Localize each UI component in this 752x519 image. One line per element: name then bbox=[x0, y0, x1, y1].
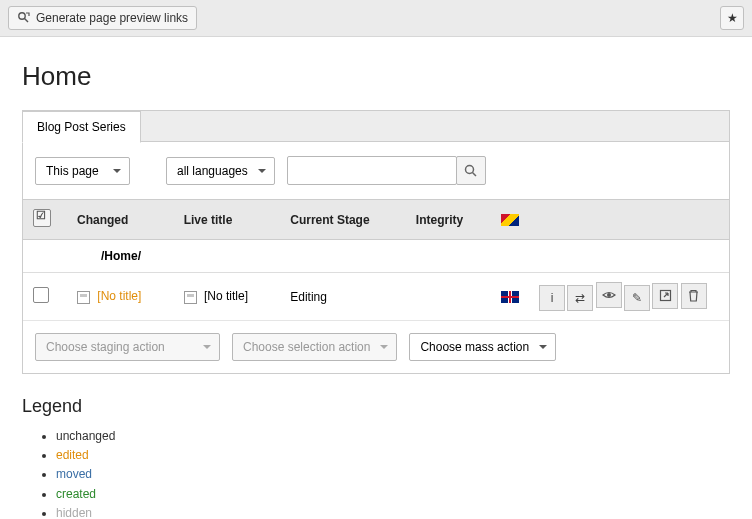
delete-button[interactable] bbox=[681, 283, 707, 309]
info-button[interactable]: i bbox=[539, 285, 565, 311]
swap-button[interactable]: ⇄ bbox=[567, 285, 593, 311]
records-table: Changed Live title Current Stage Integri… bbox=[23, 199, 729, 321]
svg-point-1 bbox=[466, 166, 474, 174]
integrity-value bbox=[406, 273, 491, 321]
language-select[interactable]: all languages bbox=[166, 157, 275, 185]
open-icon bbox=[659, 289, 672, 302]
live-title[interactable]: [No title] bbox=[204, 289, 248, 303]
path-row: /Home/ bbox=[23, 240, 729, 273]
table-header-row: Changed Live title Current Stage Integri… bbox=[23, 200, 729, 240]
top-toolbar: Generate page preview links ★ bbox=[0, 0, 752, 37]
tab-blog-post-series[interactable]: Blog Post Series bbox=[22, 111, 141, 143]
staging-action-label: Choose staging action bbox=[46, 340, 165, 354]
mass-action-select[interactable]: Choose mass action bbox=[409, 333, 556, 361]
workspace-panel: Blog Post Series This page all languages bbox=[22, 110, 730, 374]
page-icon bbox=[77, 291, 90, 304]
edit-button[interactable]: ✎ bbox=[624, 285, 650, 311]
stage-value: Editing bbox=[280, 273, 406, 321]
preview-icon bbox=[17, 11, 31, 25]
generate-preview-button[interactable]: Generate page preview links bbox=[8, 6, 197, 30]
uk-flag-icon bbox=[501, 291, 519, 303]
legend-edited: edited bbox=[56, 448, 89, 462]
select-all-checkbox[interactable] bbox=[33, 209, 51, 227]
tab-bar: Blog Post Series bbox=[23, 111, 729, 142]
row-actions: i ⇄ ✎ bbox=[529, 273, 729, 321]
page-title: Home bbox=[22, 61, 730, 92]
selection-action-label: Choose selection action bbox=[243, 340, 370, 354]
generate-preview-label: Generate page preview links bbox=[36, 11, 188, 25]
scope-select[interactable]: This page bbox=[35, 157, 130, 185]
search-input[interactable] bbox=[287, 156, 457, 185]
legend-unchanged: unchanged bbox=[56, 429, 115, 443]
legend-created: created bbox=[56, 487, 96, 501]
bulk-actions: Choose staging action Choose selection a… bbox=[23, 321, 729, 373]
open-button[interactable] bbox=[652, 283, 678, 309]
svg-point-0 bbox=[19, 13, 25, 19]
legend-list: unchanged edited moved created hidden de… bbox=[22, 427, 730, 519]
tab-label: Blog Post Series bbox=[37, 120, 126, 134]
table-row: [No title] [No title] Editing i ⇄ ✎ bbox=[23, 273, 729, 321]
col-changed[interactable]: Changed bbox=[67, 200, 174, 240]
svg-point-2 bbox=[607, 293, 611, 297]
eye-icon bbox=[602, 288, 616, 302]
legend-moved: moved bbox=[56, 467, 92, 481]
search-button[interactable] bbox=[456, 156, 486, 185]
col-integrity[interactable]: Integrity bbox=[406, 200, 491, 240]
bookmark-button[interactable]: ★ bbox=[720, 6, 744, 30]
row-checkbox[interactable] bbox=[33, 287, 49, 303]
language-flag-icon bbox=[501, 214, 519, 226]
legend-hidden: hidden bbox=[56, 506, 92, 519]
view-button[interactable] bbox=[596, 282, 622, 308]
search-icon bbox=[464, 164, 477, 177]
trash-icon bbox=[687, 289, 700, 302]
staging-action-select[interactable]: Choose staging action bbox=[35, 333, 220, 361]
col-live-title[interactable]: Live title bbox=[174, 200, 281, 240]
scope-value: This page bbox=[46, 164, 99, 178]
col-stage[interactable]: Current Stage bbox=[280, 200, 406, 240]
filter-bar: This page all languages bbox=[23, 142, 729, 199]
language-value: all languages bbox=[177, 164, 248, 178]
mass-action-label: Choose mass action bbox=[420, 340, 529, 354]
legend-title: Legend bbox=[22, 396, 730, 417]
selection-action-select[interactable]: Choose selection action bbox=[232, 333, 397, 361]
swap-icon: ⇄ bbox=[575, 291, 585, 305]
pencil-icon: ✎ bbox=[632, 291, 642, 305]
info-icon: i bbox=[551, 291, 554, 305]
changed-title[interactable]: [No title] bbox=[97, 289, 141, 303]
path-label: /Home/ bbox=[23, 240, 729, 273]
page-icon bbox=[184, 291, 197, 304]
star-icon: ★ bbox=[727, 11, 738, 25]
